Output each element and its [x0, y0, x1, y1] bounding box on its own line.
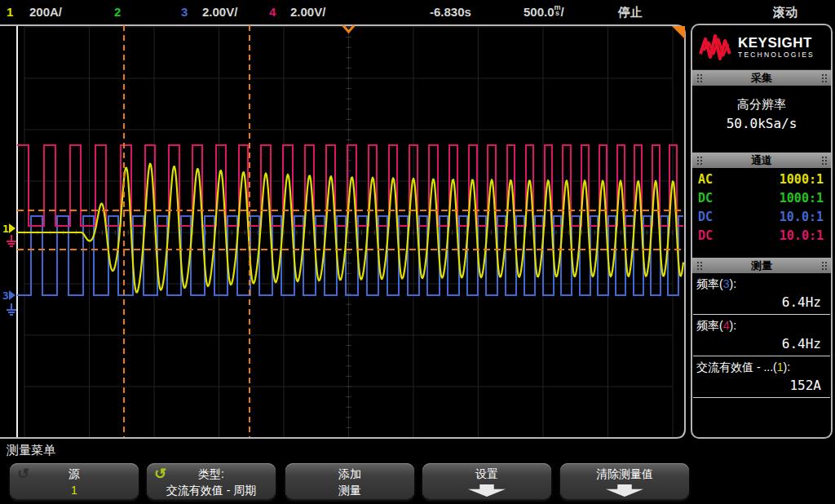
ch3-button[interactable]: 3	[181, 5, 188, 19]
grip-icon	[821, 73, 827, 82]
grip-icon	[696, 156, 702, 165]
acq-mode-label: 滚动	[773, 5, 797, 20]
timebase-unit: ms	[554, 5, 561, 16]
channel-ref-arrow-icon[interactable]	[9, 290, 15, 300]
waveform-svg: 13	[0, 23, 689, 440]
channel-ref-label[interactable]: 1	[2, 223, 9, 235]
measurements-panel-header[interactable]: 测量	[692, 258, 831, 273]
measurements-title: 测量	[751, 259, 772, 273]
ch2-button[interactable]: 2	[114, 5, 121, 19]
measurement-item: 频率(4): 6.4Hz	[692, 315, 831, 356]
softkey-settings[interactable]: 设置	[422, 463, 551, 499]
sidebar: KEYSIGHT TECHNOLOGIES 采集 高分辨率 50.0kSa/s …	[691, 24, 833, 439]
grip-icon	[821, 261, 827, 270]
channel-ref-arrow-icon[interactable]	[9, 223, 15, 233]
acquisition-mode: 高分辨率	[692, 86, 831, 113]
ch1-scale[interactable]: 200A/	[29, 5, 62, 19]
channel-row: DC10.0:1	[692, 207, 831, 226]
keysight-logo: KEYSIGHT TECHNOLOGIES	[692, 25, 831, 70]
logo-line2: TECHNOLOGIES	[738, 51, 815, 59]
divider	[693, 397, 830, 398]
channels-panel: AC1000:1 DC1000:1 DC10.0:1 DC10.0:1	[692, 168, 831, 258]
acquisition-panel: 高分辨率 50.0kSa/s	[692, 86, 831, 153]
softkey-add-measurement[interactable]: 添加 测量	[285, 463, 414, 499]
oscilloscope-screen: 1 200A/ 2 3 2.00V/ 4 2.00V/ -6.830s 500.…	[0, 0, 835, 504]
measurements-panel: 频率(3): 6.4Hz 频率(4): 6.4Hz 交流有效值 - ...(1)…	[692, 273, 831, 398]
timebase-suffix: /	[561, 5, 564, 19]
measurement-value: 6.4Hz	[692, 292, 831, 314]
rotary-knob-icon: ↺	[154, 465, 166, 483]
measurement-item: 交流有效值 - ...(1): 152A	[692, 356, 831, 398]
timebase-readout: 500.0ms/	[524, 5, 564, 19]
measurement-item: 频率(3): 6.4Hz	[692, 273, 831, 315]
ch1-button[interactable]: 1	[7, 5, 13, 19]
measurement-value: 6.4Hz	[692, 334, 831, 356]
channel-ref-label[interactable]: 3	[2, 290, 9, 302]
ch4-scale[interactable]: 2.00V/	[290, 5, 325, 19]
measurement-value: 152A	[692, 375, 831, 397]
softkey-source[interactable]: ↺ 源 1	[10, 463, 139, 499]
ch4-button[interactable]: 4	[269, 5, 276, 19]
run-state-label: 停止	[618, 5, 643, 20]
menu-title: 测量菜单	[7, 443, 55, 458]
keysight-mark-icon	[698, 32, 732, 63]
sample-rate: 50.0kSa/s	[692, 113, 831, 131]
channel-row: AC1000:1	[692, 170, 831, 188]
grip-icon	[696, 73, 702, 82]
time-offset-readout: -6.830s	[430, 5, 471, 19]
ch3-scale[interactable]: 2.00V/	[202, 5, 237, 19]
acquisition-panel-header[interactable]: 采集	[692, 70, 831, 86]
corner-marker	[672, 26, 685, 39]
channels-title: 通道	[751, 153, 772, 168]
waveform-display: 13	[0, 23, 689, 440]
acquisition-title: 采集	[751, 71, 772, 86]
down-arrow-icon	[468, 484, 506, 497]
logo-line1: KEYSIGHT	[738, 36, 815, 50]
softkey-type[interactable]: ↺ 类型: 交流有效值 - 周期	[147, 463, 276, 499]
grip-icon	[821, 156, 827, 165]
channels-panel-header[interactable]: 通道	[692, 153, 831, 168]
down-arrow-icon	[606, 484, 643, 497]
grip-icon	[696, 261, 702, 270]
channel-row: DC1000:1	[692, 188, 831, 207]
channel-row: DC10.0:1	[692, 226, 831, 245]
timebase-value: 500.0	[524, 5, 554, 19]
rotary-knob-icon: ↺	[17, 465, 29, 483]
softkey-clear-measurements[interactable]: 清除测量值	[560, 463, 689, 499]
